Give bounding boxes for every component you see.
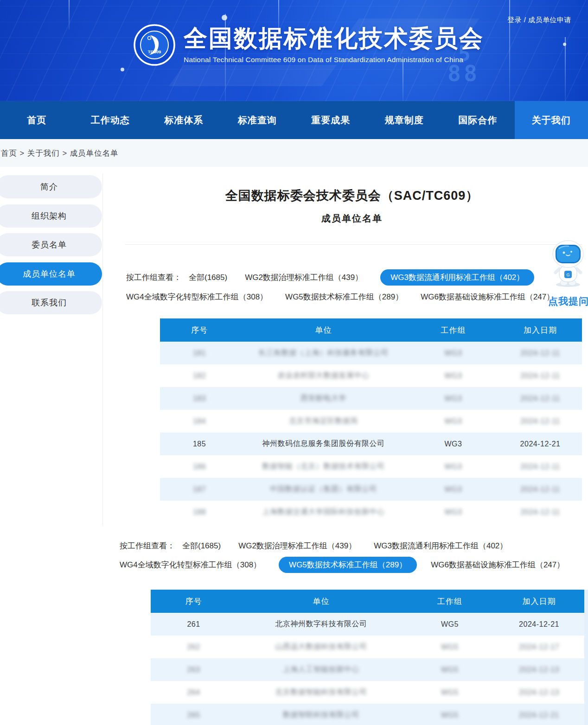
cell-date: 2024-12-11	[499, 342, 582, 364]
cell-wg: WG3	[408, 501, 499, 523]
cell-date: 2024-12-13	[494, 658, 584, 681]
cell-unit: 西安邮电大学	[239, 387, 408, 410]
banner-decoration	[222, 15, 227, 20]
nav-item-7[interactable]: 国际合作	[441, 101, 515, 139]
sidebar-item[interactable]: 委员名单	[0, 233, 102, 256]
tc609-logo-icon: TC609	[134, 24, 175, 66]
member-table-wg3: 序号单位工作组加入日期181长三角数据（上海）科技服务有限公司WG32024-1…	[160, 318, 582, 523]
nav-item-2[interactable]: 工作动态	[74, 101, 147, 139]
column-header: 工作组	[406, 590, 494, 613]
filter-chip[interactable]: WG6数据基础设施标准工作组（247）	[421, 289, 554, 305]
filter-chip[interactable]: WG3数据流通利用标准工作组（402）	[380, 269, 534, 286]
main-nav: 首页工作动态标准体系标准查询重要成果规章制度国际合作关于我们	[0, 101, 588, 139]
svg-text:G: G	[566, 273, 569, 277]
column-header: 单位	[239, 318, 408, 342]
cell-no: 184	[160, 410, 239, 432]
cell-unit: 数据智联科技有限公司	[236, 704, 406, 725]
filter-chip[interactable]: WG2数据治理标准工作组（439）	[245, 270, 363, 285]
banner-decoration	[565, 37, 566, 101]
cell-wg: WG5	[406, 681, 494, 704]
site-banner: 5 88 登录 / 成员单位申请 TC609 全国数据标准化技术委员会 Nati…	[0, 0, 588, 101]
banner-decoration	[403, 60, 403, 101]
table-row: 187中国数据认证（集团）有限公司WG32024-12-11	[160, 478, 582, 501]
column-header: 加入日期	[499, 318, 582, 342]
banner-decoration	[563, 43, 566, 46]
divider	[125, 244, 582, 245]
table-row: 186数据智能（北京）数据技术有限公司WG32024-12-11	[160, 455, 582, 478]
cell-unit: 北京市海淀区数据局	[239, 410, 408, 432]
breadcrumb: 首页 > 关于我们 > 成员单位名单	[0, 139, 588, 167]
cell-unit: 北京神州数字科技有限公司	[236, 613, 406, 636]
banner-decoration	[69, 0, 70, 30]
table-row: 183西安邮电大学WG32024-12-11	[160, 387, 582, 410]
brand: TC609 全国数据标准化技术委员会 National Technical Co…	[134, 24, 484, 66]
table-row: 262山西远大数据科技有限公司WG52024-12-17	[151, 636, 584, 658]
cell-date: 2024-12-11	[499, 364, 582, 387]
filter-chip[interactable]: 全部(1685)	[182, 538, 221, 553]
cell-wg: WG5	[406, 658, 494, 681]
cell-no: 261	[151, 613, 236, 636]
sidebar-item[interactable]: 联系我们	[0, 291, 102, 314]
cell-unit: 上海数据交通大学国际科技创新中心	[239, 501, 408, 523]
sidebar-item[interactable]: 简介	[0, 175, 102, 198]
filter-label: 按工作组查看：	[120, 541, 175, 551]
nav-item-1[interactable]: 首页	[0, 101, 74, 139]
filter-chip[interactable]: WG4全域数字化转型标准工作组（308）	[126, 289, 268, 305]
cell-wg: WG3	[408, 478, 499, 501]
nav-item-8[interactable]: 关于我们	[515, 101, 588, 139]
column-header: 序号	[160, 318, 239, 342]
page: 5 88 登录 / 成员单位申请 TC609 全国数据标准化技术委员会 Nati…	[0, 0, 588, 725]
nav-item-5[interactable]: 重要成果	[294, 101, 368, 139]
nav-item-3[interactable]: 标准体系	[147, 101, 221, 139]
cell-no: 187	[160, 478, 239, 501]
filter-chip[interactable]: WG5数据技术标准工作组（289）	[279, 557, 417, 573]
cell-wg: WG3	[408, 455, 499, 478]
sidebar-item[interactable]: 组织架构	[0, 204, 102, 228]
filter-chip[interactable]: 全部(1685)	[189, 270, 227, 285]
filter-chip[interactable]: WG3数据流通利用标准工作组（402）	[374, 538, 507, 553]
page-title: 全国数据标委会技术委员会（SAC/TC609）	[116, 187, 588, 204]
banner-decoration	[121, 68, 124, 71]
table-row: 263上海人工智能创新中心WG52024-12-13	[151, 658, 584, 681]
cell-date: 2024-12-21	[494, 704, 584, 725]
column-header: 单位	[236, 590, 406, 613]
cell-date: 2024-12-11	[499, 387, 582, 410]
cell-no: 264	[151, 681, 236, 704]
assistant-robot-icon[interactable]: G	[550, 240, 586, 288]
sidebar-divider	[102, 174, 103, 525]
cell-date: 2024-12-21	[499, 432, 582, 455]
cell-wg: WG5	[406, 613, 494, 636]
cell-unit: 上海人工智能创新中心	[236, 658, 406, 681]
filter-chip[interactable]: WG2数据治理标准工作组（439）	[238, 538, 356, 553]
cell-no: 263	[151, 658, 236, 681]
ask-me-button[interactable]: 点我提问	[548, 295, 588, 308]
column-header: 序号	[151, 590, 236, 613]
cell-unit: 中国数据认证（集团）有限公司	[239, 478, 408, 501]
cell-unit: 北京数据智能科技有限公司	[236, 681, 406, 704]
filter-chip[interactable]: WG5数据技术标准工作组（289）	[285, 289, 403, 305]
column-header: 加入日期	[494, 590, 584, 613]
filter-label: 按工作组查看：	[126, 272, 181, 283]
login-link[interactable]: 登录 / 成员单位申请	[507, 16, 571, 25]
table-edge-decoration	[584, 590, 588, 725]
nav-item-4[interactable]: 标准查询	[221, 101, 294, 139]
nav-item-6[interactable]: 规章制度	[368, 101, 441, 139]
cell-wg: WG3	[408, 432, 499, 455]
cell-date: 2024-12-11	[499, 455, 582, 478]
cell-wg: WG3	[408, 364, 499, 387]
banner-decoration	[509, 0, 510, 101]
table-header-row: 序号单位工作组加入日期	[160, 318, 582, 342]
cell-unit: 长三角数据（上海）科技服务有限公司	[239, 342, 408, 364]
cell-unit: 数据智能（北京）数据技术有限公司	[239, 455, 408, 478]
filter-chip[interactable]: WG4全域数字化转型标准工作组（308）	[120, 557, 261, 572]
table-row: 181长三角数据（上海）科技服务有限公司WG32024-12-11	[160, 342, 582, 364]
table-row: 264北京数据智能科技有限公司WG52024-12-13	[151, 681, 584, 704]
filter-chip[interactable]: WG6数据基础设施标准工作组（247）	[431, 557, 564, 572]
table-row: 265数据智联科技有限公司WG52024-12-21	[151, 704, 584, 725]
cell-no: 186	[160, 455, 239, 478]
cell-date: 2024-12-11	[499, 501, 582, 523]
sidebar-item[interactable]: 成员单位名单	[0, 262, 102, 286]
cell-date: 2024-12-17	[494, 636, 584, 658]
table-header-row: 序号单位工作组加入日期	[151, 590, 584, 613]
cell-no: 265	[151, 704, 236, 725]
